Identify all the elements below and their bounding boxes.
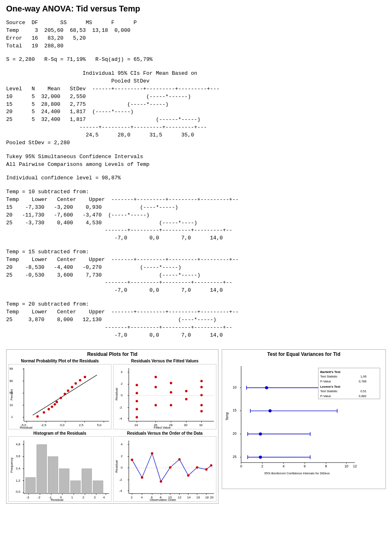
svg-text:10: 10: [9, 403, 13, 407]
svg-rect-115: [93, 481, 103, 494]
svg-text:2,5: 2,5: [79, 423, 84, 427]
svg-text:1,06: 1,06: [361, 375, 367, 379]
residual-plots-title: Residual Plots for Tid: [8, 351, 216, 357]
normal-prob-cell: Normal Probability Plot of the Residuals…: [8, 359, 111, 429]
svg-text:Fitted Value: Fitted Value: [154, 426, 171, 429]
svg-text:0: 0: [121, 393, 123, 397]
svg-text:Residual: Residual: [20, 426, 33, 429]
svg-text:2: 2: [131, 496, 132, 499]
svg-text:Bartlett's Test: Bartlett's Test: [320, 370, 341, 374]
svg-text:4: 4: [141, 496, 143, 499]
normal-prob-svg: 99 90 50 10 1 -5,0 -2,5 0: [9, 364, 111, 429]
svg-text:20: 20: [233, 432, 237, 436]
svg-text:0,786: 0,786: [359, 380, 367, 383]
svg-rect-109: [25, 478, 36, 494]
svg-point-35: [74, 382, 77, 385]
vs-fitted-svg: 4 2 0 -2 -4 24: [114, 364, 216, 429]
svg-point-157: [196, 467, 198, 469]
svg-point-79: [200, 410, 203, 413]
svg-text:1,2: 1,2: [16, 479, 20, 483]
tukey-20-header: Temp = 20 subtracted from: Temp Lower Ce…: [6, 301, 386, 316]
svg-text:12: 12: [178, 496, 181, 499]
svg-text:-3: -3: [26, 496, 29, 499]
svg-text:3,6: 3,6: [16, 455, 21, 458]
histogram-plot: 4,8 3,6 2,4 1,2 0,0 -3 -2: [8, 436, 111, 502]
svg-point-73: [170, 404, 172, 407]
svg-text:0,682: 0,682: [359, 394, 367, 398]
page-title: One-way ANOVA: Tid versus Temp: [6, 4, 386, 13]
stats-line: S = 2,280 R-Sq = 71,19% R-Sq(adj) = 65,7…: [6, 56, 386, 64]
svg-point-188: [265, 386, 268, 390]
svg-text:15: 15: [233, 409, 237, 413]
svg-point-159: [210, 465, 212, 467]
tukey-10-rows: 15 -7,330 -3,200 0,930 (----*-----) 20 -…: [6, 204, 386, 227]
svg-text:90: 90: [9, 379, 13, 383]
svg-point-156: [187, 474, 189, 477]
svg-point-37: [84, 376, 86, 378]
svg-text:2: 2: [261, 464, 263, 468]
svg-text:0,0: 0,0: [60, 423, 65, 427]
vs-order-plot: 4 2 0 -2 -4 2: [113, 436, 216, 502]
vs-order-svg: 4 2 0 -2 -4 2: [114, 437, 216, 502]
svg-point-154: [169, 467, 172, 469]
tukey-header: Tukey 95% Simultaneous Confidence Interv…: [6, 153, 386, 169]
svg-point-34: [71, 386, 74, 389]
svg-text:-2,5: -2,5: [41, 423, 47, 427]
svg-point-78: [200, 404, 203, 407]
svg-point-30: [56, 401, 58, 403]
svg-rect-114: [82, 469, 92, 494]
svg-text:P-Value: P-Value: [320, 380, 331, 383]
equal-variance-panel: Test for Equal Variances for Tid 10 15 2…: [222, 349, 386, 489]
equal-variance-title: Test for Equal Variances for Tid: [224, 351, 384, 357]
vs-fitted-title: Residuals Versus the Fitted Values: [113, 359, 216, 363]
svg-text:12: 12: [353, 464, 357, 468]
histogram-svg: 4,8 3,6 2,4 1,2 0,0 -3 -2: [9, 437, 111, 502]
normal-prob-title: Normal Probability Plot of the Residuals: [8, 359, 111, 363]
svg-rect-111: [48, 457, 58, 494]
svg-point-67: [136, 392, 138, 395]
svg-point-200: [259, 456, 262, 459]
svg-point-151: [141, 476, 143, 479]
confidence-level: Individual confidence level = 98,87%: [6, 174, 386, 182]
svg-text:4,8: 4,8: [16, 442, 21, 446]
svg-point-68: [154, 376, 157, 378]
svg-point-63: [136, 384, 138, 386]
svg-point-192: [269, 409, 272, 413]
svg-point-36: [79, 379, 81, 382]
tukey-15-rows: 20 -8,530 -4,400 -0,270 (-----*-----) 25…: [6, 264, 386, 279]
svg-text:10: 10: [345, 464, 349, 468]
svg-text:-4: -4: [119, 417, 122, 420]
svg-text:0: 0: [240, 464, 242, 468]
svg-text:1: 1: [11, 416, 13, 419]
svg-point-69: [154, 386, 157, 389]
normal-prob-plot: 99 90 50 10 1 -5,0 -2,5 0: [8, 364, 111, 429]
svg-text:Residual: Residual: [115, 460, 118, 473]
svg-text:20: 20: [210, 496, 214, 499]
svg-text:1: 1: [71, 496, 73, 499]
vs-order-title: Residuals Versus the Order of the Data: [113, 431, 216, 436]
svg-text:10: 10: [233, 385, 237, 389]
svg-point-155: [178, 458, 180, 461]
svg-text:95% Bonferroni Confidence Inte: 95% Bonferroni Confidence Intervals for …: [264, 471, 330, 475]
svg-point-65: [136, 408, 138, 411]
svg-text:-2: -2: [119, 478, 122, 482]
svg-text:Residual: Residual: [115, 388, 118, 400]
svg-text:2: 2: [121, 455, 122, 458]
svg-text:4: 4: [283, 464, 285, 468]
histogram-title: Histogram of the Residuals: [8, 431, 111, 436]
svg-text:0: 0: [121, 466, 123, 469]
svg-point-150: [131, 459, 133, 461]
svg-text:30: 30: [184, 423, 187, 427]
svg-point-28: [51, 406, 53, 408]
tukey-15-header: Temp = 15 subtracted from: Temp Lower Ce…: [6, 248, 386, 264]
bottom-section: Residual Plots for Tid Normal Probabilit…: [6, 349, 386, 504]
vs-fitted-cell: Residuals Versus the Fitted Values 4 2 0…: [113, 359, 216, 429]
svg-point-29: [53, 403, 56, 406]
svg-rect-112: [59, 469, 69, 494]
svg-text:Temp: Temp: [225, 412, 229, 421]
tukey-10-axis: -------+---------+---------+---------+--…: [6, 227, 386, 242]
svg-text:2: 2: [121, 382, 122, 386]
svg-text:8: 8: [325, 464, 327, 468]
vs-fitted-plot: 4 2 0 -2 -4 24: [113, 364, 216, 429]
svg-point-26: [43, 411, 45, 414]
